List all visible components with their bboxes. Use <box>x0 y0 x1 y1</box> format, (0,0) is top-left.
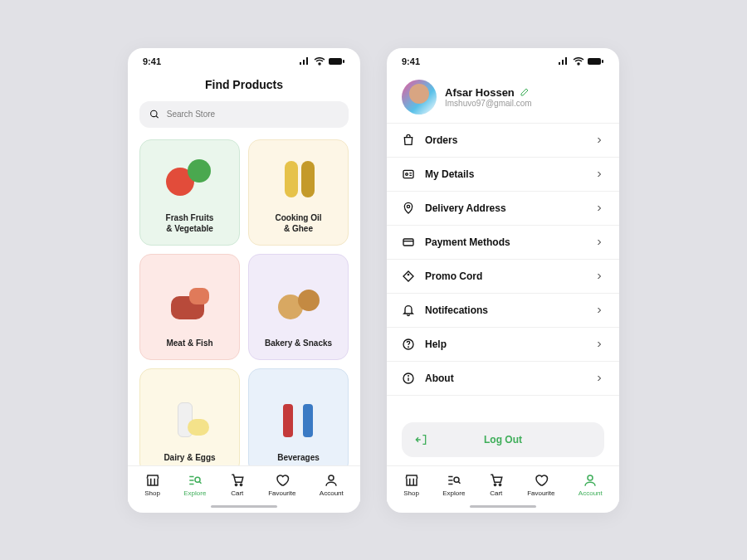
svg-point-26 <box>408 375 409 376</box>
bell-icon <box>402 304 415 317</box>
category-cooking-oil[interactable]: Cooking Oil & Ghee <box>248 139 349 246</box>
category-label: Frash Fruits & Vegetable <box>166 212 214 235</box>
category-fruits-vegetable[interactable]: Frash Fruits & Vegetable <box>139 139 240 246</box>
search-input[interactable] <box>167 110 339 119</box>
svg-point-7 <box>195 477 200 482</box>
wifi-icon <box>314 57 325 66</box>
search-icon <box>149 109 160 120</box>
search-bar[interactable] <box>139 101 349 128</box>
svg-point-30 <box>454 477 459 482</box>
menu-about[interactable]: About <box>387 361 619 396</box>
chevron-right-icon <box>594 305 604 315</box>
profile-header: Afsar Hossen Imshuvo97@gmail.com <box>387 66 619 123</box>
nav-cart[interactable]: Cart <box>489 473 504 497</box>
avatar[interactable] <box>402 80 437 114</box>
help-icon <box>402 338 415 351</box>
profile-email: Imshuvo97@gmail.com <box>445 99 532 108</box>
account-icon <box>324 473 339 488</box>
category-grid: Frash Fruits & Vegetable Cooking Oil & G… <box>128 139 360 465</box>
ticket-icon <box>402 270 415 283</box>
status-time: 9:41 <box>402 56 420 66</box>
nav-label: Shop <box>403 489 419 497</box>
svg-point-2 <box>151 110 157 116</box>
profile-name: Afsar Hossen <box>445 86 515 99</box>
nav-label: Favourite <box>268 489 295 497</box>
category-meat-fish[interactable]: Meat & Fish <box>139 254 240 360</box>
svg-point-9 <box>235 484 237 485</box>
svg-rect-0 <box>329 58 342 65</box>
menu-payment-methods[interactable]: Payment Methods <box>387 225 619 259</box>
svg-point-23 <box>408 347 409 348</box>
explore-icon <box>188 473 203 488</box>
phone-explore: 9:41 Find Products Frash Fruits & Vegeta… <box>128 48 360 513</box>
nav-explore[interactable]: Explore <box>183 473 206 497</box>
menu-label: Payment Methods <box>425 236 584 248</box>
page-title: Find Products <box>128 78 360 91</box>
home-indicator <box>211 505 277 508</box>
details-icon <box>402 168 415 181</box>
account-menu: Orders My Details Delivery Address Payme… <box>387 123 619 407</box>
cart-icon <box>230 473 245 488</box>
menu-label: My Details <box>425 168 584 180</box>
chevron-right-icon <box>594 169 604 179</box>
edit-icon[interactable] <box>520 87 530 97</box>
nav-label: Favourite <box>527 489 554 497</box>
svg-rect-1 <box>343 60 344 63</box>
nav-favourite[interactable]: Favourite <box>268 473 295 497</box>
wifi-icon <box>573 57 584 66</box>
svg-point-33 <box>499 484 500 485</box>
logout-icon <box>415 433 428 446</box>
status-bar: 9:41 <box>387 48 619 66</box>
nav-shop[interactable]: Shop <box>144 473 160 497</box>
nav-label: Account <box>579 489 603 497</box>
svg-rect-13 <box>602 60 603 63</box>
nav-shop[interactable]: Shop <box>403 473 419 497</box>
explore-icon <box>447 473 461 488</box>
phone-account: 9:41 Afsar Hossen Imshuvo97@gmail.com Or… <box>387 48 619 513</box>
nav-account[interactable]: Account <box>579 473 603 497</box>
menu-delivery-address[interactable]: Delivery Address <box>387 191 619 225</box>
location-icon <box>402 202 415 215</box>
category-image <box>161 280 219 329</box>
svg-point-34 <box>588 475 593 480</box>
status-indicators <box>558 57 604 66</box>
nav-account[interactable]: Account <box>320 473 344 497</box>
category-label: Meat & Fish <box>166 338 212 349</box>
profile-name-row: Afsar Hossen <box>445 86 532 99</box>
battery-icon <box>329 57 345 66</box>
nav-explore[interactable]: Explore <box>442 473 465 497</box>
svg-point-10 <box>240 484 242 485</box>
menu-promo-code[interactable]: Promo Cord <box>387 259 619 293</box>
nav-favourite[interactable]: Favourite <box>527 473 554 497</box>
category-dairy-eggs[interactable]: Dairy & Eggs <box>139 368 240 465</box>
category-label: Bakery & Snacks <box>265 338 332 349</box>
cart-icon <box>489 473 504 488</box>
heart-icon <box>534 473 549 488</box>
category-image <box>270 154 328 204</box>
category-image <box>161 394 219 444</box>
menu-label: About <box>425 373 584 384</box>
svg-rect-12 <box>588 58 601 65</box>
menu-my-details[interactable]: My Details <box>387 157 619 191</box>
svg-point-18 <box>407 205 409 207</box>
category-bakery-snacks[interactable]: Bakery & Snacks <box>248 254 349 360</box>
category-label: Cooking Oil & Ghee <box>275 212 321 235</box>
orders-icon <box>402 134 415 147</box>
chevron-right-icon <box>594 203 604 213</box>
menu-notifications[interactable]: Notifecations <box>387 293 619 327</box>
menu-orders[interactable]: Orders <box>387 123 619 157</box>
menu-label: Notifecations <box>425 304 584 316</box>
nav-label: Cart <box>231 489 243 497</box>
card-icon <box>402 236 415 249</box>
menu-help[interactable]: Help <box>387 327 619 361</box>
logout-button[interactable]: Log Out <box>402 422 604 457</box>
nav-label: Cart <box>490 489 502 497</box>
chevron-right-icon <box>594 135 604 145</box>
svg-point-11 <box>329 475 334 480</box>
logout-label: Log Out <box>484 434 522 446</box>
nav-label: Shop <box>144 489 160 497</box>
nav-cart[interactable]: Cart <box>230 473 245 497</box>
svg-point-21 <box>408 274 408 275</box>
category-image <box>270 280 328 329</box>
category-beverages[interactable]: Beverages <box>248 368 349 465</box>
